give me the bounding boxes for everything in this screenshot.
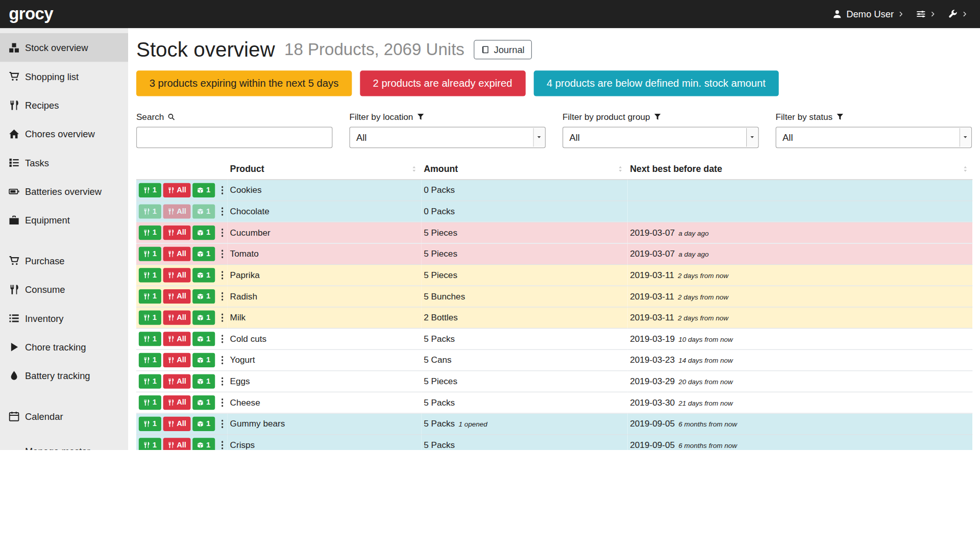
consume-one-button[interactable]: 1 bbox=[139, 310, 161, 324]
consume-all-button[interactable]: All bbox=[163, 374, 190, 388]
utensils-icon bbox=[9, 99, 19, 110]
row-button-label: 1 bbox=[153, 186, 157, 194]
utensils-icon bbox=[167, 314, 174, 320]
sidebar-item-recipes[interactable]: Recipes bbox=[0, 91, 128, 119]
filter-by-product-group-select[interactable]: All bbox=[562, 127, 758, 148]
date-note: a day ago bbox=[678, 230, 708, 237]
open-one-button[interactable]: 1 bbox=[192, 289, 215, 303]
below-min-stock-alert[interactable]: 4 products are below defined min. stock … bbox=[533, 70, 778, 96]
row-menu-button[interactable] bbox=[221, 249, 224, 258]
consume-all-button[interactable]: All bbox=[163, 183, 190, 197]
consume-one-button[interactable]: 1 bbox=[139, 416, 161, 431]
consume-one-button[interactable]: 1 bbox=[139, 332, 161, 346]
filter-by-status-select[interactable]: All bbox=[776, 127, 972, 148]
row-menu-button[interactable] bbox=[221, 207, 224, 216]
sidebar-item-manage-master-data[interactable]: Manage master data bbox=[0, 442, 128, 450]
consume-one-button[interactable]: 1 bbox=[139, 268, 161, 282]
consume-all-button[interactable]: All bbox=[163, 310, 190, 324]
sidebar-item-batteries-overview[interactable]: Batteries overview bbox=[0, 177, 128, 206]
open-one-button[interactable]: 1 bbox=[192, 374, 215, 388]
expired-alert[interactable]: 2 products are already expired bbox=[360, 70, 525, 96]
open-one-button[interactable]: 1 bbox=[192, 183, 215, 197]
consume-all-button[interactable]: All bbox=[163, 226, 190, 240]
open-one-button[interactable]: 1 bbox=[192, 268, 215, 282]
consume-all-button[interactable]: All bbox=[163, 246, 190, 261]
filter-label-text: Search bbox=[136, 112, 164, 122]
open-one-button[interactable]: 1 bbox=[192, 353, 215, 367]
row-menu-button[interactable] bbox=[221, 355, 224, 364]
sidebar-item-consume[interactable]: Consume bbox=[0, 275, 128, 304]
sidebar-item-tasks[interactable]: Tasks bbox=[0, 148, 128, 177]
consume-one-button[interactable]: 1 bbox=[139, 246, 161, 261]
consume-all-button[interactable]: All bbox=[163, 268, 190, 282]
row-menu-button[interactable] bbox=[221, 377, 224, 386]
consume-one-button[interactable]: 1 bbox=[139, 438, 161, 450]
cell-product: Crisps bbox=[228, 434, 422, 450]
sidebar-item-shopping-list[interactable]: Shopping list bbox=[0, 62, 128, 90]
consume-one-button[interactable]: 1 bbox=[139, 289, 161, 303]
consume-one-button[interactable]: 1 bbox=[139, 374, 161, 388]
open-one-button[interactable]: 1 bbox=[192, 332, 215, 346]
search-icon bbox=[168, 113, 176, 120]
row-menu-button[interactable] bbox=[221, 185, 224, 194]
home-icon bbox=[9, 129, 19, 139]
open-one-button[interactable]: 1 bbox=[192, 310, 215, 324]
sidebar-item-inventory[interactable]: Inventory bbox=[0, 304, 128, 332]
select-value: All bbox=[782, 132, 793, 142]
search-input[interactable] bbox=[136, 127, 332, 148]
row-menu-button[interactable] bbox=[221, 291, 224, 300]
consume-all-button[interactable]: All bbox=[163, 395, 190, 410]
box-open-icon bbox=[197, 314, 204, 320]
cell-date bbox=[627, 180, 972, 201]
consume-all-button[interactable]: All bbox=[163, 438, 190, 450]
consume-all-button[interactable]: All bbox=[163, 289, 190, 303]
filter-by-location-select[interactable]: All bbox=[349, 127, 545, 148]
consume-one-button[interactable]: 1 bbox=[139, 395, 161, 410]
consume-all-button[interactable]: All bbox=[163, 332, 190, 346]
open-one-button[interactable]: 1 bbox=[192, 438, 215, 450]
sidebar-item-chore-tracking[interactable]: Chore tracking bbox=[0, 332, 128, 361]
open-one-button[interactable]: 1 bbox=[192, 226, 215, 240]
utensils-icon bbox=[167, 335, 174, 342]
row-menu-button[interactable] bbox=[221, 334, 224, 343]
open-one-button[interactable]: 1 bbox=[192, 395, 215, 410]
row-button-label: 1 bbox=[153, 419, 157, 428]
row-menu-button[interactable] bbox=[221, 228, 224, 237]
consume-all-button[interactable]: All bbox=[163, 204, 190, 218]
select-caret bbox=[960, 128, 971, 147]
sidebar-item-equipment[interactable]: Equipment bbox=[0, 206, 128, 234]
open-one-button[interactable]: 1 bbox=[192, 416, 215, 431]
box-open-icon bbox=[197, 441, 204, 448]
open-one-button[interactable]: 1 bbox=[192, 246, 215, 261]
col-amount[interactable]: Amount bbox=[421, 159, 627, 180]
consume-one-button[interactable]: 1 bbox=[139, 183, 161, 197]
row-menu-button[interactable] bbox=[221, 270, 224, 280]
row-button-label: 1 bbox=[153, 398, 157, 407]
table-header-row: ProductAmountNext best before date bbox=[136, 159, 972, 180]
sidebar-item-purchase[interactable]: Purchase bbox=[0, 246, 128, 274]
sidebar-item-chores-overview[interactable]: Chores overview bbox=[0, 119, 128, 148]
sidebar-item-stock-overview[interactable]: Stock overview bbox=[0, 33, 128, 62]
user-menu[interactable]: Demo User bbox=[832, 9, 903, 19]
consume-one-button[interactable]: 1 bbox=[139, 226, 161, 240]
admin-menu[interactable] bbox=[948, 9, 968, 18]
row-menu-button[interactable] bbox=[221, 419, 224, 428]
row-menu-button[interactable] bbox=[221, 440, 224, 449]
settings-menu[interactable] bbox=[916, 9, 936, 18]
col-next-best-before-date[interactable]: Next best before date bbox=[627, 159, 972, 180]
open-one-button[interactable]: 1 bbox=[192, 204, 215, 218]
consume-one-button[interactable]: 1 bbox=[139, 204, 161, 218]
journal-button[interactable]: Journal bbox=[474, 40, 532, 60]
consume-one-button[interactable]: 1 bbox=[139, 353, 161, 367]
cell-product: Chocolate bbox=[228, 201, 422, 222]
row-menu-button[interactable] bbox=[221, 398, 224, 407]
col-product[interactable]: Product bbox=[228, 159, 422, 180]
table-row: 1All1Cookies0 Packs bbox=[136, 180, 972, 201]
consume-all-button[interactable]: All bbox=[163, 353, 190, 367]
expiring-alert[interactable]: 3 products expiring within the next 5 da… bbox=[136, 70, 352, 96]
row-menu-button[interactable] bbox=[221, 313, 224, 322]
consume-all-button[interactable]: All bbox=[163, 416, 190, 431]
page-subtitle: 18 Products, 2069 Units bbox=[284, 40, 464, 60]
sidebar-item-calendar[interactable]: Calendar bbox=[0, 402, 128, 430]
sidebar-item-battery-tracking[interactable]: Battery tracking bbox=[0, 361, 128, 390]
